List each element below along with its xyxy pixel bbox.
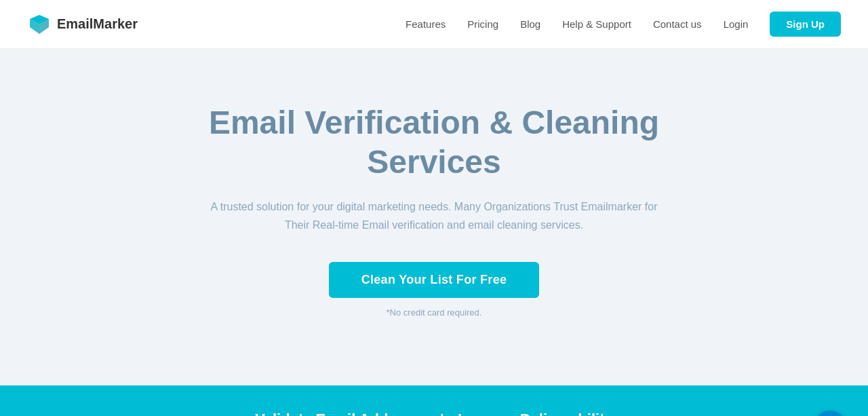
chat-widget[interactable] (822, 364, 854, 397)
no-cc-label: *No credit card required. (387, 285, 482, 295)
hero-subtitle: A trusted solution for your digital mark… (210, 173, 658, 210)
header: EmailMarker Features Pricing Blog Help &… (0, 0, 868, 49)
logo[interactable]: EmailMarker (27, 11, 140, 38)
cta-button[interactable]: Clean Your List For Free (331, 237, 536, 276)
main-nav: Features Pricing Blog Help & Support Con… (406, 12, 841, 37)
signup-button[interactable]: Sign Up (770, 12, 841, 37)
nav-help-support[interactable]: Help & Support (562, 19, 631, 31)
hero-section: Email Verification & Cleaning Services A… (0, 49, 868, 347)
chat-icon (830, 373, 846, 389)
nav-blog[interactable]: Blog (520, 19, 540, 31)
logo-text: EmailMarker (60, 17, 140, 33)
nav-contact-us[interactable]: Contact us (653, 19, 702, 31)
bottom-banner-text: Validate Email Addresses to Improve Deli… (255, 368, 612, 385)
nav-features[interactable]: Features (406, 19, 446, 31)
hero-title: Email Verification & Cleaning Services (113, 115, 755, 157)
nav-login[interactable]: Login (724, 19, 749, 31)
nav-pricing[interactable]: Pricing (467, 19, 498, 31)
logo-icon (27, 11, 54, 38)
bottom-banner: Validate Email Addresses to Improve Deli… (0, 347, 868, 405)
